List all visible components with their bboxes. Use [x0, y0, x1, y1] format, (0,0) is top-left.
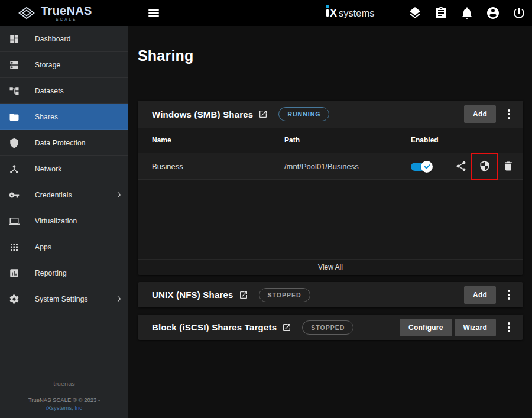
smb-card-title: Windows (SMB) Shares — [152, 109, 253, 119]
nfs-kebab-menu-icon[interactable] — [504, 287, 514, 303]
nfs-status-badge: STOPPED — [259, 288, 310, 302]
sidebar-item-datasets[interactable]: Datasets — [0, 78, 128, 104]
view-all-button[interactable]: View All — [138, 259, 523, 275]
sidebar-item-storage[interactable]: Storage — [0, 52, 128, 78]
sidebar-item-label: Dashboard — [35, 35, 71, 43]
iscsi-kebab-menu-icon[interactable] — [504, 320, 514, 335]
iscsi-header-actions: Configure Wizard — [400, 319, 514, 336]
nfs-shares-card: UNIX (NFS) Shares STOPPED Add — [138, 282, 523, 307]
tasks-clipboard-icon[interactable] — [434, 6, 448, 20]
nfs-header-actions: Add — [464, 286, 514, 304]
nfs-card-title: UNIX (NFS) Shares — [152, 290, 233, 300]
smb-add-button[interactable]: Add — [464, 105, 496, 123]
open-in-new-icon[interactable] — [239, 290, 248, 300]
share-name: Business — [152, 162, 284, 171]
smb-header-actions: Add — [464, 105, 514, 123]
topbar: TrueNAS SCALE X systems — [0, 0, 532, 26]
brand-text: TrueNAS SCALE — [41, 5, 92, 22]
ixsystems-logo: X systems — [326, 8, 375, 18]
title-divider — [138, 77, 523, 77]
ix-x-glyph: X — [330, 8, 337, 18]
chevron-right-icon — [115, 296, 121, 302]
sidebar-item-label: Reporting — [35, 269, 67, 277]
smb-card-header: Windows (SMB) Shares RUNNING Add — [138, 101, 523, 128]
sidebar-item-label: Data Protection — [35, 139, 86, 147]
truenas-app: TrueNAS SCALE X systems — [0, 0, 532, 418]
sidebar-item-virtualization[interactable]: Virtualization — [0, 208, 128, 234]
enabled-toggle[interactable] — [411, 163, 431, 171]
sidebar-item-system-settings[interactable]: System Settings — [0, 286, 128, 312]
network-hub-icon — [9, 164, 20, 174]
iscsi-shares-card: Block (iSCSI) Shares Targets STOPPED Con… — [138, 315, 523, 340]
configure-button[interactable]: Configure — [400, 319, 452, 336]
table-row: Business /mnt/Pool01/Business — [138, 153, 523, 180]
sidebar-item-network[interactable]: Network — [0, 156, 128, 182]
sidebar-item-label: Virtualization — [35, 217, 77, 225]
topbar-icons — [408, 0, 526, 26]
iscsi-card-title: Block (iSCSI) Shares Targets — [152, 322, 277, 332]
sidebar-item-dashboard[interactable]: Dashboard — [0, 26, 128, 52]
smb-status-badge: RUNNING — [278, 107, 329, 121]
shield-icon — [9, 138, 20, 148]
gear-icon — [9, 294, 20, 304]
dashboard-icon — [9, 34, 20, 44]
sidebar: Dashboard Storage Datasets Shares Data P… — [0, 26, 128, 418]
share-icon[interactable] — [455, 160, 467, 172]
acl-shield-wrap — [479, 160, 491, 172]
truenas-logo-icon — [18, 5, 35, 21]
layers-icon[interactable] — [408, 6, 422, 20]
datasets-tree-icon — [9, 86, 20, 96]
column-header-name: Name — [152, 136, 284, 144]
sidebar-item-credentials[interactable]: Credentials — [0, 182, 128, 208]
truenas-brand[interactable]: TrueNAS SCALE — [0, 0, 128, 26]
chevron-right-icon — [115, 192, 121, 198]
sidebar-item-reporting[interactable]: Reporting — [0, 260, 128, 286]
main-content: Sharing Windows (SMB) Shares RUNNING Add… — [128, 26, 532, 418]
share-acl-shield-icon[interactable] — [479, 160, 491, 172]
storage-icon — [9, 60, 20, 70]
power-icon[interactable] — [512, 6, 526, 20]
monitor-icon — [9, 216, 20, 226]
sidebar-item-label: Credentials — [35, 191, 72, 199]
sidebar-item-apps[interactable]: Apps — [0, 234, 128, 260]
delete-icon[interactable] — [502, 160, 514, 172]
empty-area — [138, 180, 523, 259]
share-path: /mnt/Pool01/Business — [284, 162, 411, 171]
shares-folder-icon — [9, 112, 20, 122]
open-in-new-icon[interactable] — [282, 323, 291, 332]
footer-hostname: truenas — [0, 380, 128, 387]
wizard-button[interactable]: Wizard — [455, 319, 496, 336]
toggle-knob — [421, 161, 433, 173]
ix-systems-text: systems — [339, 8, 375, 18]
smb-shares-card: Windows (SMB) Shares RUNNING Add Name Pa… — [138, 101, 523, 275]
iscsi-card-header: Block (iSCSI) Shares Targets STOPPED Con… — [138, 315, 523, 340]
brand-name: TrueNAS — [41, 5, 92, 17]
sidebar-item-label: Storage — [35, 61, 60, 69]
page-title: Sharing — [138, 47, 523, 64]
smb-kebab-menu-icon[interactable] — [504, 106, 514, 122]
sidebar-item-label: System Settings — [35, 295, 88, 303]
sidebar-item-label: Datasets — [35, 87, 64, 95]
ixsystems-link[interactable]: iXsystems, Inc — [0, 404, 128, 411]
sidebar-item-label: Network — [35, 165, 61, 173]
row-actions — [455, 160, 523, 172]
ix-i-glyph — [326, 9, 329, 17]
sidebar-item-label: Shares — [35, 113, 58, 121]
open-in-new-icon[interactable] — [258, 109, 268, 119]
notifications-bell-icon[interactable] — [460, 6, 474, 20]
smb-table-header: Name Path Enabled — [138, 128, 523, 153]
sidebar-item-shares[interactable]: Shares — [0, 104, 128, 130]
menu-icon[interactable] — [146, 5, 161, 21]
footer-copyright: TrueNAS SCALE ® © 2023 - — [0, 396, 128, 404]
key-icon — [9, 190, 20, 200]
apps-grid-icon — [9, 242, 20, 252]
nfs-card-header: UNIX (NFS) Shares STOPPED Add — [138, 282, 523, 307]
column-header-path: Path — [284, 136, 411, 144]
sidebar-item-data-protection[interactable]: Data Protection — [0, 130, 128, 156]
column-header-enabled: Enabled — [411, 136, 455, 144]
bar-chart-icon — [9, 268, 20, 278]
account-icon[interactable] — [486, 6, 500, 20]
sidebar-footer: truenas TrueNAS SCALE ® © 2023 - iXsyste… — [0, 380, 128, 411]
nfs-add-button[interactable]: Add — [464, 286, 496, 304]
iscsi-status-badge: STOPPED — [302, 320, 353, 335]
